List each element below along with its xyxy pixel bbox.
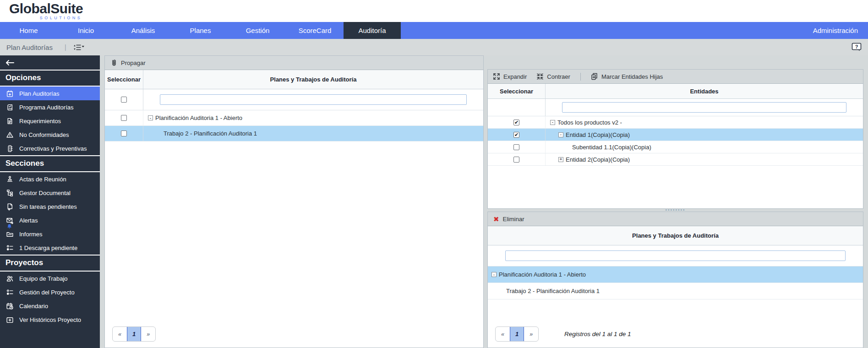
arrow-left-icon bbox=[5, 59, 15, 66]
sidebar-item-label: Plan Auditorías bbox=[19, 90, 59, 97]
current-page-button[interactable]: 1 bbox=[510, 327, 524, 341]
nav-item-scorecard[interactable]: ScoreCard bbox=[286, 22, 344, 39]
toolbar-separator bbox=[580, 73, 581, 81]
tree-expander-icon[interactable]: - bbox=[550, 120, 555, 125]
sidebar-item-correctivas-preventivas[interactable]: Correctivas y Preventivas bbox=[0, 141, 100, 155]
nav-item-administracion[interactable]: Administración bbox=[803, 22, 868, 39]
delete-button[interactable]: ✖ Eliminar bbox=[493, 216, 524, 223]
breadcrumb-separator: | bbox=[65, 44, 66, 51]
delete-x-icon: ✖ bbox=[493, 216, 499, 223]
entities-filter-row bbox=[488, 99, 863, 116]
back-button[interactable] bbox=[0, 55, 100, 70]
column-header-seleccionar: Seleccionar bbox=[488, 84, 546, 98]
traffic-light-icon bbox=[5, 144, 14, 152]
help-icon[interactable]: ? bbox=[852, 43, 862, 52]
sidebar-item-label: No Conformidades bbox=[19, 131, 69, 138]
tree-expander-icon[interactable]: - bbox=[148, 115, 153, 120]
nav-item-planes[interactable]: Planes bbox=[172, 22, 229, 39]
tree-row-subentidad11[interactable]: Subentidad 1.1(Copia)(Copia) bbox=[488, 141, 863, 153]
sidebar-item-label: Equipo de Trabajo bbox=[19, 275, 68, 282]
entities-filter-input[interactable] bbox=[562, 102, 846, 113]
tree-row-planificacion[interactable]: - Planificación Auditoria 1 - Abierto bbox=[105, 110, 483, 126]
plans-table-header: Seleccionar Planes y Trabajos de Auditor… bbox=[105, 70, 483, 89]
tree-row-entidad2[interactable]: + Entidad 2(Copia)(Copia) bbox=[488, 153, 863, 166]
sidebar-item-calendario[interactable]: Calendario bbox=[0, 299, 100, 313]
delete-filter-input[interactable] bbox=[505, 250, 846, 261]
sidebar-item-label: Ver Históricos Proyecto bbox=[19, 316, 81, 323]
sidebar-item-gestion-del-proyecto[interactable]: Gestión del Proyecto bbox=[0, 285, 100, 299]
sidebar-item-sin-tareas-pendientes[interactable]: Sin tareas pendientes bbox=[0, 200, 100, 213]
tree-node-label: Planificación Auditoria 1 - Abierto bbox=[499, 271, 586, 278]
tree-expander-icon[interactable]: - bbox=[558, 132, 563, 137]
sidebar-item-label: Gestión del Proyecto bbox=[19, 289, 75, 296]
expand-label: Expandir bbox=[503, 73, 527, 80]
row-checkbox[interactable] bbox=[121, 115, 127, 121]
svg-text:?: ? bbox=[855, 44, 858, 49]
brand-name: GlobalSuite bbox=[9, 2, 83, 16]
file-plus-icon bbox=[5, 202, 14, 211]
delete-pagination: « 1 » Registros del 1 al 1 de 1 bbox=[495, 326, 631, 342]
expand-all-button[interactable]: Expandir bbox=[493, 73, 527, 80]
tree-row-entidad1[interactable]: - Entidad 1(Copia)(Copia) bbox=[488, 129, 863, 141]
nav-item-auditoria[interactable]: Auditoría bbox=[344, 22, 401, 39]
breadcrumb-bar: Plan Auditorías | ? bbox=[0, 39, 868, 55]
book-check-icon bbox=[5, 103, 14, 111]
tree-expander-icon[interactable]: - bbox=[491, 272, 497, 277]
row-checkbox[interactable] bbox=[513, 144, 519, 150]
tree-expander-icon[interactable]: + bbox=[558, 157, 563, 162]
sidebar-section-opciones: Opciones bbox=[0, 70, 100, 87]
sidebar-item-programa-auditorias[interactable]: Programa Auditorías bbox=[0, 100, 100, 114]
sidebar-item-requerimientos[interactable]: Requerimientos bbox=[0, 114, 100, 128]
prev-page-button[interactable]: « bbox=[496, 327, 510, 341]
prev-page-button[interactable]: « bbox=[113, 327, 127, 341]
sidebar-item-informes[interactable]: Informes bbox=[0, 227, 100, 241]
task-list-icon bbox=[5, 244, 14, 252]
current-page-button[interactable]: 1 bbox=[127, 327, 141, 341]
sidebar-item-label: Actas de Reunión bbox=[19, 176, 66, 183]
sidebar-item-ver-historicos-proyecto[interactable]: Ver Históricos Proyecto bbox=[0, 313, 100, 326]
row-checkbox[interactable] bbox=[121, 130, 127, 136]
entities-panel: Expandir Contraer Marcar Entidades Hija bbox=[487, 69, 863, 209]
sidebar-item-actas-de-reunion[interactable]: Actas de Reunión bbox=[0, 172, 100, 186]
sidebar-item-equipo-de-trabajo[interactable]: Equipo de Trabajo bbox=[0, 272, 100, 285]
nav-item-gestion[interactable]: Gestión bbox=[229, 22, 286, 39]
tree-row-trabajo2[interactable]: Trabajo 2 - Planificación Auditoria 1 bbox=[105, 126, 483, 141]
sidebar-section-proyectos: Proyectos bbox=[0, 255, 100, 272]
delete-toolbar: ✖ Eliminar bbox=[488, 212, 863, 226]
mark-child-entities-button[interactable]: Marcar Entidades Hijas bbox=[591, 73, 663, 80]
delete-filter-row bbox=[488, 245, 863, 266]
sidebar-section-secciones: Secciones bbox=[0, 155, 100, 172]
tree-row-planificacion[interactable]: - Planificación Auditoria 1 - Abierto bbox=[488, 266, 863, 283]
propagate-button[interactable]: Propagar bbox=[110, 59, 145, 67]
team-icon bbox=[5, 274, 14, 283]
collapse-all-button[interactable]: Contraer bbox=[537, 73, 570, 80]
nav-item-analisis[interactable]: Análisis bbox=[115, 22, 172, 39]
sidebar-item-plan-auditorias[interactable]: Plan Auditorías bbox=[0, 87, 100, 100]
entities-toolbar: Expandir Contraer Marcar Entidades Hija bbox=[488, 70, 863, 84]
tree-row-trabajo2[interactable]: Trabajo 2 - Planificación Auditoria 1 bbox=[488, 283, 863, 299]
plans-filter-row bbox=[105, 89, 483, 110]
delete-table-header: Planes y Trabajos de Auditoría bbox=[488, 226, 863, 245]
sidebar-item-gestor-documental[interactable]: Gestor Documental bbox=[0, 186, 100, 200]
column-header-planes: Planes y Trabajos de Auditoría bbox=[488, 226, 863, 245]
brand-tagline: SOLUTIONS bbox=[9, 16, 83, 20]
expand-icon bbox=[493, 73, 500, 80]
nav-item-home[interactable]: Home bbox=[0, 22, 57, 39]
collapse-label: Contraer bbox=[547, 73, 570, 80]
plans-filter-input[interactable] bbox=[160, 94, 467, 105]
sidebar-item-alertas[interactable]: Alertas bbox=[0, 213, 100, 227]
sidebar-item-descarga-pendiente[interactable]: 1 Descarga pendiente bbox=[0, 241, 100, 255]
list-sort-menu-icon[interactable] bbox=[73, 44, 85, 51]
tree-row-todos-productos[interactable]: - Todos los productos v2 - bbox=[488, 116, 863, 129]
sidebar-item-no-conformidades[interactable]: No Conformidades bbox=[0, 128, 100, 141]
row-checkbox[interactable] bbox=[513, 157, 519, 163]
next-page-button[interactable]: » bbox=[524, 327, 538, 341]
select-all-checkbox[interactable] bbox=[121, 97, 127, 103]
row-checkbox[interactable] bbox=[513, 132, 519, 138]
nav-item-inicio[interactable]: Inicio bbox=[57, 22, 115, 39]
next-page-button[interactable]: » bbox=[141, 327, 155, 341]
row-checkbox[interactable] bbox=[513, 120, 519, 125]
plans-pagination: « 1 » bbox=[112, 326, 156, 342]
plans-toolbar: Propagar bbox=[105, 56, 483, 70]
column-header-entidades: Entidades bbox=[546, 84, 863, 98]
